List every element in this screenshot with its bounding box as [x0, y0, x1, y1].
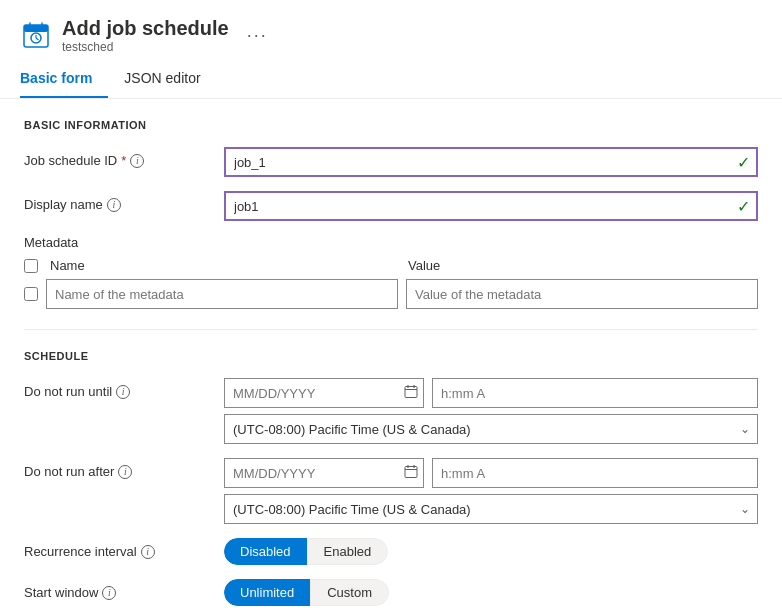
start-window-unlimited-button[interactable]: Unlimited — [224, 579, 310, 606]
do-not-run-after-row: Do not run after i — [24, 458, 758, 524]
display-name-check-icon: ✓ — [737, 197, 750, 216]
do-not-run-until-timezone-select[interactable]: (UTC-08:00) Pacific Time (US & Canada) — [224, 414, 758, 444]
job-schedule-id-field: ✓ — [224, 147, 758, 177]
display-name-input-wrap: ✓ — [224, 191, 758, 221]
metadata-value-input[interactable] — [406, 279, 758, 309]
do-not-run-after-label: Do not run after i — [24, 458, 224, 479]
do-not-run-after-timezone-wrap: (UTC-08:00) Pacific Time (US & Canada) ⌄ — [224, 494, 758, 524]
do-not-run-until-label: Do not run until i — [24, 378, 224, 399]
more-options-button[interactable]: ··· — [247, 25, 268, 46]
schedule-section-title: SCHEDULE — [24, 350, 758, 362]
tab-json-editor[interactable]: JSON editor — [124, 62, 216, 98]
do-not-run-after-date-input[interactable] — [224, 458, 424, 488]
job-schedule-id-input[interactable] — [224, 147, 758, 177]
metadata-name-input[interactable] — [46, 279, 398, 309]
recurrence-enabled-button[interactable]: Enabled — [307, 538, 389, 565]
display-name-field: ✓ — [224, 191, 758, 221]
start-window-toggle: Unlimited Custom — [224, 579, 389, 606]
recurrence-interval-toggle: Disabled Enabled — [224, 538, 388, 565]
recurrence-interval-row: Recurrence interval i Disabled Enabled — [24, 538, 758, 565]
do-not-run-after-timezone-select[interactable]: (UTC-08:00) Pacific Time (US & Canada) — [224, 494, 758, 524]
do-not-run-until-date-input[interactable] — [224, 378, 424, 408]
do-not-run-until-info-icon[interactable]: i — [116, 385, 130, 399]
recurrence-interval-info-icon[interactable]: i — [141, 545, 155, 559]
job-schedule-id-input-wrap: ✓ — [224, 147, 758, 177]
display-name-row: Display name i ✓ — [24, 191, 758, 221]
do-not-run-until-timezone-row: (UTC-08:00) Pacific Time (US & Canada) ⌄ — [224, 414, 758, 444]
metadata-row-checkbox[interactable] — [24, 287, 38, 301]
section-divider — [24, 329, 758, 330]
svg-rect-1 — [24, 25, 48, 32]
metadata-input-row — [24, 279, 758, 309]
job-schedule-id-label: Job schedule ID * i — [24, 147, 224, 168]
metadata-label: Metadata — [24, 235, 758, 250]
display-name-input[interactable] — [224, 191, 758, 221]
job-schedule-id-check-icon: ✓ — [737, 153, 750, 172]
start-window-custom-button[interactable]: Custom — [310, 579, 389, 606]
job-schedule-id-row: Job schedule ID * i ✓ — [24, 147, 758, 177]
tab-bar: Basic form JSON editor — [0, 62, 782, 99]
recurrence-interval-field: Disabled Enabled — [224, 538, 758, 565]
metadata-table-header: Name Value — [24, 258, 758, 273]
do-not-run-after-time-input[interactable] — [432, 458, 758, 488]
display-name-label: Display name i — [24, 191, 224, 212]
tab-basic-form[interactable]: Basic form — [20, 62, 108, 98]
do-not-run-until-date-wrap — [224, 378, 424, 408]
schedule-icon — [20, 19, 52, 51]
do-not-run-until-time-input[interactable] — [432, 378, 758, 408]
metadata-select-all-checkbox[interactable] — [24, 259, 38, 273]
page-header: Add job schedule testsched ··· — [0, 0, 782, 62]
do-not-run-until-timezone-wrap: (UTC-08:00) Pacific Time (US & Canada) ⌄ — [224, 414, 758, 444]
recurrence-interval-label: Recurrence interval i — [24, 538, 224, 559]
metadata-value-col-header: Value — [408, 258, 758, 273]
do-not-run-after-date-time — [224, 458, 758, 488]
title-group: Add job schedule testsched — [62, 16, 229, 54]
main-content: BASIC INFORMATION Job schedule ID * i ✓ … — [0, 99, 782, 613]
job-schedule-id-info-icon[interactable]: i — [130, 154, 144, 168]
start-window-label: Start window i — [24, 579, 224, 600]
recurrence-disabled-button[interactable]: Disabled — [224, 538, 307, 565]
do-not-run-until-row: Do not run until i — [24, 378, 758, 444]
basic-info-section-title: BASIC INFORMATION — [24, 119, 758, 131]
do-not-run-after-info-icon[interactable]: i — [118, 465, 132, 479]
start-window-info-icon[interactable]: i — [102, 586, 116, 600]
do-not-run-after-timezone-row: (UTC-08:00) Pacific Time (US & Canada) ⌄ — [224, 494, 758, 524]
start-window-field: Unlimited Custom — [224, 579, 758, 606]
metadata-section: Metadata Name Value — [24, 235, 758, 309]
do-not-run-until-date-time — [224, 378, 758, 408]
required-indicator: * — [121, 153, 126, 168]
start-window-row: Start window i Unlimited Custom — [24, 579, 758, 606]
do-not-run-after-date-wrap — [224, 458, 424, 488]
display-name-info-icon[interactable]: i — [107, 198, 121, 212]
metadata-name-col-header: Name — [46, 258, 400, 273]
do-not-run-until-field: (UTC-08:00) Pacific Time (US & Canada) ⌄ — [224, 378, 758, 444]
page-title: Add job schedule — [62, 16, 229, 40]
do-not-run-after-field: (UTC-08:00) Pacific Time (US & Canada) ⌄ — [224, 458, 758, 524]
page-subtitle: testsched — [62, 40, 229, 54]
